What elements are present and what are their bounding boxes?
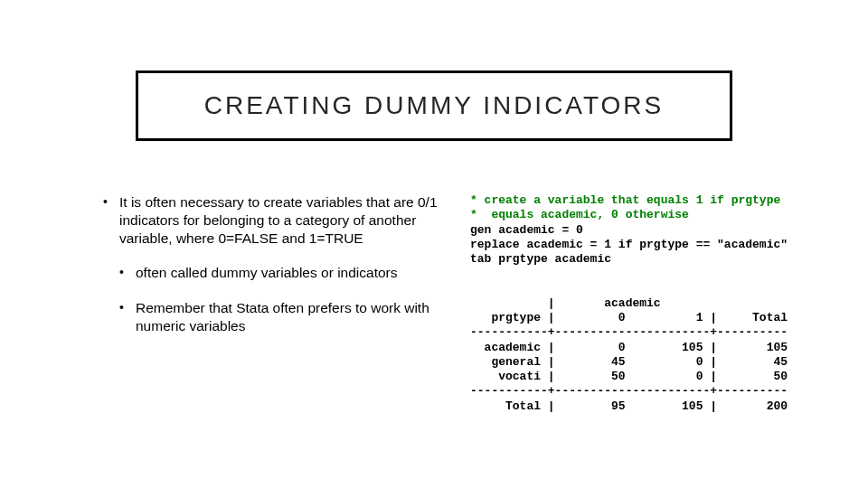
code-line-tab: tab prgtype academic bbox=[470, 252, 611, 266]
code-line-gen: gen academic = 0 bbox=[470, 223, 583, 237]
title-box: CREATING DUMMY INDICATORS bbox=[136, 70, 732, 141]
code-block: * create a variable that equals 1 if prg… bbox=[470, 193, 832, 414]
table-row-total: Total | 95 105 | 200 bbox=[470, 399, 788, 413]
table-sep-2: -----------+----------------------+-----… bbox=[470, 384, 788, 398]
left-column: It is often necessary to create variable… bbox=[99, 193, 443, 414]
bullet-list: It is often necessary to create variable… bbox=[99, 193, 443, 248]
bullet-sub-2: Remember that Stata often prefers to wor… bbox=[116, 299, 443, 335]
slide: CREATING DUMMY INDICATORS It is often ne… bbox=[0, 0, 868, 488]
bullet-main: It is often necessary to create variable… bbox=[99, 193, 443, 248]
bullet-sublist: often called dummy variables or indicato… bbox=[116, 264, 443, 334]
table-header-2: prgtype | 0 1 | Total bbox=[470, 311, 788, 324]
table-header-1: | academic bbox=[470, 296, 661, 310]
table-row-vocati: vocati | 50 0 | 50 bbox=[470, 370, 788, 383]
content-area: It is often necessary to create variable… bbox=[99, 193, 832, 414]
bullet-sub-1: often called dummy variables or indicato… bbox=[116, 264, 443, 282]
table-row-general: general | 45 0 | 45 bbox=[470, 355, 788, 369]
code-line-replace: replace academic = 1 if prgtype == "acad… bbox=[470, 238, 788, 251]
slide-title: CREATING DUMMY INDICATORS bbox=[147, 91, 721, 120]
table-sep-1: -----------+----------------------+-----… bbox=[470, 325, 788, 339]
table-row-academic: academic | 0 105 | 105 bbox=[470, 341, 788, 354]
code-comment-1: * create a variable that equals 1 if prg… bbox=[470, 193, 780, 207]
code-comment-2: * equals academic, 0 otherwise bbox=[470, 208, 689, 221]
